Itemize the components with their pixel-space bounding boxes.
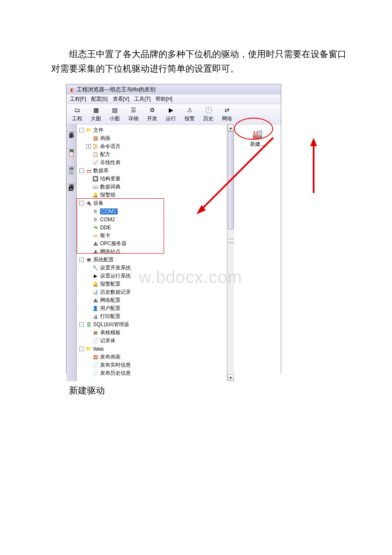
expander-icon[interactable]: - xyxy=(79,168,84,173)
tree-node-structvar[interactable]: 🔲 结构变量 xyxy=(79,175,224,183)
tree-node-devsys[interactable]: 🔧 设置开发系统 xyxy=(79,264,224,272)
tool-history-label: 历史 xyxy=(203,115,213,122)
tree-node-printcfg[interactable]: 🖨 打印配置 xyxy=(79,312,224,321)
pubscreen-icon: 🖼 xyxy=(92,354,99,360)
expander-icon[interactable]: - xyxy=(79,128,84,133)
run-icon: ▶ xyxy=(167,106,175,114)
tree-node-netsite[interactable]: 🖧 网络站点 xyxy=(79,248,224,256)
expander-icon[interactable]: - xyxy=(79,257,84,262)
histdata-icon: 📊 xyxy=(92,289,99,295)
app-icon: ◧ xyxy=(69,87,75,92)
tree-label-opc: OPC服务器 xyxy=(100,240,127,247)
tree-node-device[interactable]: - 🔌 设备 xyxy=(79,199,224,207)
expander-icon[interactable]: - xyxy=(79,347,84,351)
tool-smallicon[interactable]: ▤ 小图 xyxy=(107,106,122,122)
tree-node-nonlinear[interactable]: 📈 非线性表 xyxy=(79,159,224,167)
tree-node-web[interactable]: - 📁 Web xyxy=(79,345,224,353)
tree-view[interactable]: - 📁 文件 🖼 画面 + 📜 命令语言 📋 xyxy=(77,124,227,379)
scroll-down-icon[interactable]: ▼ xyxy=(228,374,234,381)
scroll-thumb[interactable] xyxy=(228,131,234,229)
tree-label-device: 设备 xyxy=(93,199,104,207)
tree-label-sqlmgr: SQL访问管理器 xyxy=(93,321,129,328)
alarm-icon: ⚠ xyxy=(185,106,194,114)
tree-label-pubhist: 发布历史信息 xyxy=(100,370,131,377)
smallicon-icon: ▤ xyxy=(110,106,119,114)
vertical-tabs: 系统 🖥 变量 📋 站点 🏢 画面 🖼 xyxy=(66,124,77,381)
tree-label-structvar: 结构变量 xyxy=(100,175,121,182)
tree-node-pubscreen[interactable]: 🖼 发布画面 xyxy=(79,353,224,361)
tree-node-com2[interactable]: ⎘ COM2 xyxy=(79,215,224,223)
tree-node-recipe[interactable]: 📋 配方 xyxy=(79,150,224,159)
tree-label-dde: DDE xyxy=(100,225,111,231)
tool-network-label: 网络 xyxy=(222,115,232,122)
tree-node-tabletpl[interactable]: ▦ 表格模板 xyxy=(79,329,224,337)
sysconfig-icon: 🛠 xyxy=(85,257,92,263)
tool-bigicon-label: 大图 xyxy=(91,115,101,122)
tree-label-sysconfig: 系统配置 xyxy=(93,256,114,263)
vtab-screen[interactable]: 画面 xyxy=(66,177,76,184)
tree-node-datadict[interactable]: 📖 数据词典 xyxy=(79,183,224,191)
expander-icon[interactable]: - xyxy=(79,322,84,327)
window-titlebar: ◧ 工程浏览器---组态王与ifix的差别 xyxy=(66,84,281,95)
vtab-site[interactable]: 站点 xyxy=(66,159,76,167)
tree-label-pubscreen: 发布画面 xyxy=(100,353,121,361)
new-driver-icon: 🏭 xyxy=(251,128,264,140)
tool-alarm[interactable]: ⚠ 报警 xyxy=(182,106,197,122)
menu-help[interactable]: 帮助[H] xyxy=(156,95,172,103)
tree-label-nonlinear: 非线性表 xyxy=(100,159,121,166)
tree-label-pubrt: 发布实时信息 xyxy=(100,361,131,369)
tree-node-usercfg[interactable]: 👤 用户配置 xyxy=(79,304,224,312)
tree-node-file[interactable]: - 📁 文件 xyxy=(79,126,224,134)
tree-node-pubrt[interactable]: 📄 发布实时信息 xyxy=(79,361,224,369)
tree-node-opc[interactable]: 🖧 OPC服务器 xyxy=(79,240,224,248)
tree-panel: - 📁 文件 🖼 画面 + 📜 命令语言 📋 xyxy=(77,124,227,381)
tree-label-screen: 画面 xyxy=(100,135,110,142)
tree-node-histdata[interactable]: 📊 历史数据记录 xyxy=(79,288,224,296)
tree-node-sqlmgr[interactable]: - 🗄 SQL访问管理器 xyxy=(79,321,224,329)
printcfg-icon: 🖨 xyxy=(92,314,99,320)
menu-bar: 工程[F] 配置[S] 查看[V] 工具[T] 帮助[H] xyxy=(66,95,281,104)
tool-develop[interactable]: ⚙ 开发 xyxy=(145,106,159,122)
tree-node-alarmgrp[interactable]: 🔔 报警组 xyxy=(79,191,224,199)
right-panel: 🏭 新建... xyxy=(234,124,281,381)
tool-history[interactable]: 🕘 历史 xyxy=(201,106,216,122)
menu-config[interactable]: 配置[S] xyxy=(91,95,108,103)
tool-project[interactable]: 🗂 工程 xyxy=(70,106,84,122)
svg-marker-1 xyxy=(310,138,317,146)
tree-node-dde[interactable]: ⇋ DDE xyxy=(79,223,224,231)
tree-node-com1[interactable]: ⎘ COM1 xyxy=(79,207,224,215)
tree-label-cmdlang: 命令语言 xyxy=(100,143,121,150)
tree-node-database[interactable]: - 🗃 数据库 xyxy=(79,167,224,175)
menu-tools[interactable]: 工具[T] xyxy=(134,95,150,103)
menu-project[interactable]: 工程[F] xyxy=(70,95,86,103)
history-icon: 🕘 xyxy=(204,106,213,114)
network-icon: ⇄ xyxy=(223,106,231,114)
tree-node-board[interactable]: ▭ 板卡 xyxy=(79,231,224,240)
vertical-scrollbar[interactable]: ▲ ▼ xyxy=(227,124,234,381)
tree-node-cmdlang[interactable]: + 📜 命令语言 xyxy=(79,142,224,150)
tree-node-pubhist[interactable]: 📄 发布历史信息 xyxy=(79,369,224,377)
new-driver-button[interactable]: 🏭 新建... xyxy=(237,128,277,148)
alarmcfg-icon: 🔔 xyxy=(92,281,99,287)
tree-node-netcfg[interactable]: 🖧 网络配置 xyxy=(79,296,224,304)
tree-node-runsys[interactable]: ▶ 设置运行系统 xyxy=(79,272,224,280)
expander-icon[interactable]: + xyxy=(86,144,91,149)
dde-icon: ⇋ xyxy=(92,225,99,231)
tool-network[interactable]: ⇄ 网络 xyxy=(220,106,234,122)
tool-bigicon[interactable]: ▦ 大图 xyxy=(89,106,103,122)
vtab-system[interactable]: 系统 xyxy=(66,124,76,132)
tree-node-sysconfig[interactable]: - 🛠 系统配置 xyxy=(79,256,224,264)
tool-detail[interactable]: ☰ 详细 xyxy=(126,106,141,122)
pubhist-icon: 📄 xyxy=(92,370,99,376)
expander-icon[interactable]: - xyxy=(79,201,84,205)
menu-view[interactable]: 查看[V] xyxy=(113,95,130,103)
tree-node-alarmcfg[interactable]: 🔔 报警配置 xyxy=(79,280,224,288)
tool-alarm-label: 报警 xyxy=(184,115,195,122)
scroll-up-icon[interactable]: ▲ xyxy=(228,124,234,131)
tree-node-screen[interactable]: 🖼 画面 xyxy=(79,134,224,142)
tool-detail-label: 详细 xyxy=(128,115,138,122)
tree-node-recordbody[interactable]: 📄 记录体 xyxy=(79,337,224,345)
vtab-screen-icon: 🖼 xyxy=(68,186,75,193)
tool-run[interactable]: ▶ 运行 xyxy=(164,106,178,122)
vtab-variable[interactable]: 变量 xyxy=(66,142,76,149)
